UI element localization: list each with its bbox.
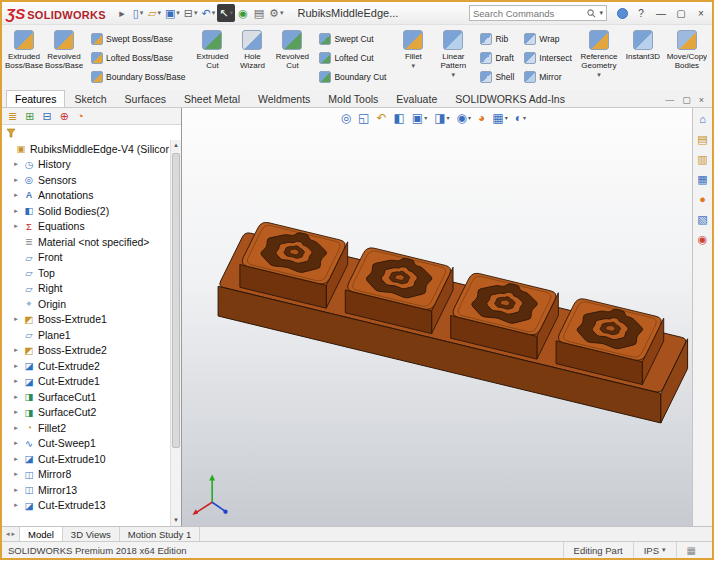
graphics-viewport[interactable]: ◎◱↶◧▣▾◨▾◉▾◕▦▾◐▾ [182, 108, 692, 526]
dropdown-arrow[interactable]: ▾ [597, 70, 601, 79]
intersect-button[interactable]: Intersect [524, 50, 572, 65]
dropdown-arrow[interactable]: ▾ [140, 9, 144, 17]
tab-sketch[interactable]: Sketch [65, 90, 115, 107]
move-copy-bodies-button[interactable]: Move/Copy Bodies [667, 27, 707, 89]
draft-button[interactable]: Draft [480, 50, 514, 65]
appearances-scenes-icon[interactable]: ● [699, 194, 706, 205]
reference-geometry-button[interactable]: Reference Geometry▾ [579, 27, 619, 89]
swept-boss-base-button[interactable]: Swept Boss/Base [91, 31, 185, 46]
display-style-icon[interactable]: ◨▾ [434, 112, 449, 124]
expand-arrow[interactable]: ▸ [12, 362, 20, 370]
section-view-icon[interactable]: ◧ [394, 112, 405, 124]
rib-button[interactable]: Rib [480, 31, 514, 46]
save-button[interactable]: ▣▾ [163, 4, 182, 22]
tree-item-right[interactable]: ▱Right [4, 281, 169, 297]
swept-cut-button[interactable]: Swept Cut [319, 31, 386, 46]
view-palette-icon[interactable]: ▦ [697, 174, 707, 185]
open-button[interactable]: ▱▾ [146, 4, 163, 22]
tab-mold-tools[interactable]: Mold Tools [319, 90, 387, 107]
tree-item-cut-sweep1[interactable]: ▸∿Cut-Sweep1 [4, 436, 169, 452]
expand-arrow[interactable]: ▸ [12, 424, 20, 432]
previous-view-icon[interactable]: ↶ [376, 112, 386, 124]
dropdown-arrow[interactable]: ▾ [280, 9, 284, 17]
expand-arrow[interactable]: ▸ [12, 207, 20, 215]
solidworks-resources-icon[interactable]: ⌂ [699, 114, 706, 125]
tree-item-history[interactable]: ▸◷History [4, 157, 169, 173]
tree-item-cut-extrude13[interactable]: ▸◪Cut-Extrude13 [4, 498, 169, 514]
dropdown-arrow[interactable]: ▾ [424, 115, 427, 121]
menu-expand-button[interactable]: ▸ [114, 4, 130, 22]
forum-icon[interactable]: ◉ [698, 234, 708, 245]
dropdown-arrow[interactable]: ▾ [212, 9, 216, 17]
tab-displaymanager[interactable]: ◔ [77, 111, 84, 122]
view-orientation-icon[interactable]: ▣▾ [412, 112, 427, 124]
apply-scene-icon[interactable]: ▦▾ [492, 112, 507, 124]
dropdown-arrow[interactable]: ▾ [176, 9, 180, 17]
scroll-up-arrow[interactable]: ▲ [171, 140, 181, 151]
tab-surfaces[interactable]: Surfaces [116, 90, 175, 107]
expand-arrow[interactable]: ▸ [12, 486, 20, 494]
scrollbar-thumb[interactable] [172, 153, 180, 448]
tree-scrollbar[interactable]: ▲ ▼ [170, 140, 181, 526]
tree-item-front[interactable]: ▱Front [4, 250, 169, 266]
tab-solidworks-add-ins[interactable]: SOLIDWORKS Add-Ins [446, 90, 574, 107]
dropdown-arrow[interactable]: ▾ [505, 115, 508, 121]
expand-arrow[interactable]: ▸ [12, 470, 20, 478]
expand-arrow[interactable]: ▸ [12, 222, 20, 230]
dropdown-arrow[interactable]: ▾ [468, 115, 471, 121]
expand-arrow[interactable]: ▸ [12, 393, 20, 401]
tree-item-mirror13[interactable]: ▸◫Mirror13 [4, 482, 169, 498]
custom-properties-icon[interactable]: ▧ [697, 214, 707, 225]
expand-arrow[interactable]: ▸ [12, 408, 20, 416]
tree-item-mirror8[interactable]: ▸◫Mirror8 [4, 467, 169, 483]
tree-item-solid-bodies-2[interactable]: ▸◧Solid Bodies(2) [4, 203, 169, 219]
tree-item-origin[interactable]: ⌖Origin [4, 296, 169, 312]
search-input[interactable] [473, 8, 584, 19]
hide-show-items-icon[interactable]: ◉▾ [457, 112, 472, 124]
minimize-button[interactable]: — [654, 8, 668, 19]
user-account-icon[interactable] [617, 8, 628, 19]
dropdown-arrow[interactable]: ▾ [194, 9, 198, 17]
tree-item-material-not-specified[interactable]: ≣Material <not specified> [4, 234, 169, 250]
hole-wizard-button[interactable]: Hole Wizard [232, 27, 272, 89]
doc-tab-3d-views[interactable]: 3D Views [63, 527, 120, 541]
tree-item-surfacecut2[interactable]: ▸◨SurfaceCut2 [4, 405, 169, 421]
tree-item-sensors[interactable]: ▸◎Sensors [4, 172, 169, 188]
tab-scroll-arrows[interactable]: ◂ ▸ [2, 527, 20, 541]
view-settings-icon[interactable]: ◐▾ [515, 112, 526, 124]
doc-tab-motion-study-1[interactable]: Motion Study 1 [120, 527, 200, 541]
search-icon[interactable] [587, 9, 596, 18]
tab-dimxpertmanager[interactable]: ⊕ [60, 111, 69, 122]
file-explorer-icon[interactable]: ▥ [697, 154, 707, 165]
expand-arrow[interactable]: ▸ [12, 160, 20, 168]
new-button[interactable]: ▯▾ [130, 4, 146, 22]
search-box[interactable]: ▾ [469, 5, 607, 21]
edit-appearance-icon[interactable]: ◕ [478, 112, 485, 124]
status-customize-icon[interactable]: ▦ [676, 542, 706, 558]
shell-button[interactable]: Shell [480, 70, 514, 85]
boundary-cut-button[interactable]: Boundary Cut [319, 70, 386, 85]
zoom-fit-icon[interactable]: ◎ [341, 112, 351, 124]
model-3d-mold[interactable] [182, 108, 692, 526]
file-properties-button[interactable]: ▤ [251, 4, 267, 22]
tree-item-annotations[interactable]: ▸AAnnotations [4, 188, 169, 204]
design-library-icon[interactable]: ▤ [697, 134, 707, 145]
expand-arrow[interactable]: ▸ [12, 455, 20, 463]
tree-item-cut-extrude10[interactable]: ▸◪Cut-Extrude10 [4, 451, 169, 467]
close-button[interactable]: × [694, 8, 708, 19]
expand-arrow[interactable]: ▸ [12, 377, 20, 385]
undo-button[interactable]: ↶▾ [200, 4, 218, 22]
search-scope-arrow[interactable]: ▾ [599, 9, 603, 17]
dropdown-arrow[interactable]: ▾ [523, 115, 526, 121]
lofted-boss-base-button[interactable]: Lofted Boss/Base [91, 50, 185, 65]
tab-configurationmanager[interactable]: ⊟ [42, 111, 51, 122]
dropdown-arrow[interactable]: ▾ [447, 115, 450, 121]
tree-item-plane1[interactable]: ▱Plane1 [4, 327, 169, 343]
close-doc[interactable]: × [699, 95, 704, 105]
expand-arrow[interactable]: ▸ [12, 315, 20, 323]
dropdown-arrow[interactable]: ▾ [452, 70, 456, 79]
tree-item-boss-extrude2[interactable]: ▸◩Boss-Extrude2 [4, 343, 169, 359]
dropdown-arrow[interactable]: ▾ [412, 61, 416, 70]
tree-item-rubiksmiddleedge-v4-silicone-display-s[interactable]: ▣RubiksMiddleEdge-V4 (Silicone<Display S [4, 141, 169, 157]
lofted-cut-button[interactable]: Lofted Cut [319, 50, 386, 65]
